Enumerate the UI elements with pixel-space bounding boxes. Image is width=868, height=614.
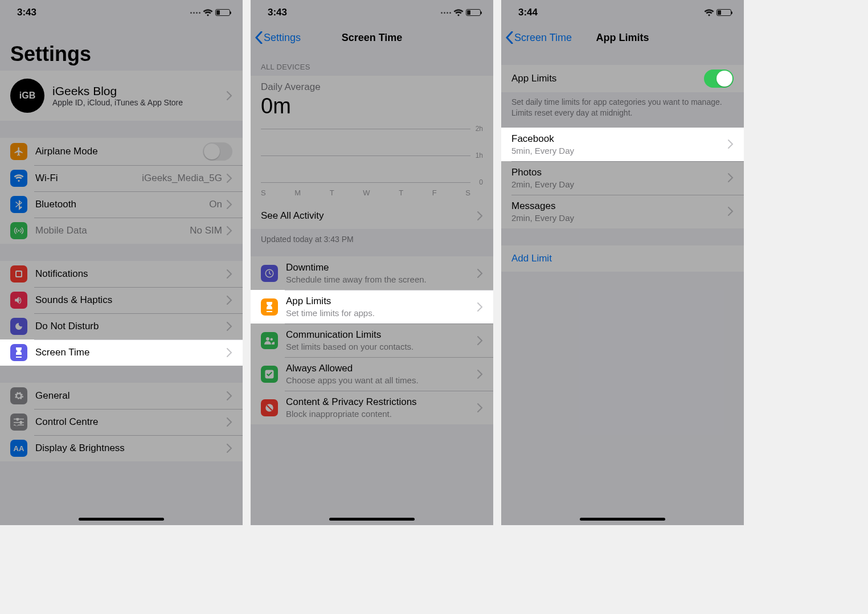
app-limits-toggle-row[interactable]: App Limits [501,65,744,92]
lte-dots-icon [190,12,200,14]
chevron-right-icon [227,200,232,209]
limit-row-photos[interactable]: Photos 2min, Every Day [501,161,744,195]
chart-day-label: S [465,189,470,197]
chart-day-label: F [432,189,437,197]
chevron-right-icon [227,322,232,331]
content-privacy-row[interactable]: Content & Privacy Restrictions Block ina… [251,391,493,424]
moon-icon [10,318,27,335]
airplane-mode-row[interactable]: Airplane Mode [0,138,243,165]
nav-title: App Limits [596,32,649,44]
nav-bar: Screen Time App Limits [501,25,744,50]
mobile-data-label: Mobile Data [35,225,190,236]
profile-detail: Apple ID, iCloud, iTunes & App Store [52,98,227,107]
general-row[interactable]: General [0,383,243,409]
wifi-value: iGeeks_Media_5G [142,173,222,184]
battery-icon [215,9,230,16]
bluetooth-row[interactable]: Bluetooth On [0,191,243,218]
app-limits-sublabel: Set time limits for apps. [286,308,477,318]
downtime-icon [261,265,278,282]
wifi-row[interactable]: Wi-Fi iGeeks_Media_5G [0,165,243,191]
chevron-right-icon [227,417,232,427]
notifications-label: Notifications [35,268,227,280]
nav-bar: Settings Screen Time [251,25,493,50]
downtime-row[interactable]: Downtime Schedule time away from the scr… [251,256,493,290]
control-centre-row[interactable]: Control Centre [0,409,243,435]
chevron-right-icon [477,302,483,312]
svg-rect-1 [17,272,21,276]
notifications-row[interactable]: Notifications [0,261,243,287]
add-limit-row[interactable]: Add Limit [501,245,744,272]
screen-time-label: Screen Time [35,347,227,358]
chevron-right-icon [477,269,483,278]
section-header: ALL DEVICES [251,50,493,76]
daily-average-block: Daily Average 0m 2h 1h 0 S M T W T F S [251,76,493,203]
text-size-icon: AA [10,440,27,457]
home-indicator[interactable] [79,518,164,521]
chart-day-label: M [294,189,301,197]
airplane-toggle[interactable] [203,142,232,161]
app-limits-toggle[interactable] [704,69,734,88]
mobile-data-row[interactable]: Mobile Data No SIM [0,218,243,244]
chevron-right-icon [227,174,232,183]
chevron-right-icon [477,403,483,412]
see-all-activity-row[interactable]: See All Activity [251,203,493,229]
profile-row[interactable]: iGB iGeeks Blog Apple ID, iCloud, iTunes… [0,71,243,121]
chevron-right-icon [227,444,232,453]
display-brightness-row[interactable]: AA Display & Brightness [0,435,243,461]
settings-screen: 3:43 Settings iGB iGeeks Blog Apple ID, … [0,0,243,525]
content-privacy-label: Content & Privacy Restrictions [286,396,477,408]
nav-title: Screen Time [342,32,403,44]
chevron-right-icon [227,269,232,279]
display-label: Display & Brightness [35,443,227,454]
chevron-right-icon [227,348,232,357]
gear-icon [10,387,27,404]
chart-y-label: 2h [476,125,483,133]
chevron-right-icon [227,91,232,100]
chart-day-label: T [330,189,334,197]
status-bar: 3:44 [501,0,744,25]
communication-limits-row[interactable]: Communication Limits Set limits based on… [251,324,493,357]
clock: 3:43 [268,7,287,18]
dnd-row[interactable]: Do Not Disturb [0,313,243,339]
chart-day-label: S [261,189,266,197]
no-entry-icon [261,399,278,416]
sliders-icon [10,414,27,431]
back-label: Screen Time [514,32,572,44]
limit-row-messages[interactable]: Messages 2min, Every Day [501,195,744,228]
downtime-label: Downtime [286,262,477,273]
app-limits-screen: 3:44 Screen Time App Limits App Limits S… [501,0,744,525]
limit-title: Photos [511,167,728,178]
avatar: iGB [10,79,44,113]
limit-sub: 5min, Every Day [511,146,728,155]
app-limits-toggle-label: App Limits [511,73,704,84]
chevron-left-icon [255,31,263,44]
limit-title: Facebook [511,133,728,145]
screen-time-row[interactable]: Screen Time [0,339,243,366]
antenna-icon [10,222,27,239]
wifi-icon [453,9,464,17]
home-indicator[interactable] [580,518,665,521]
always-allowed-row[interactable]: Always Allowed Choose apps you want at a… [251,357,493,391]
check-badge-icon [261,366,278,383]
usage-chart: 2h 1h 0 S M T W T F S [261,123,483,197]
battery-icon [466,9,481,16]
app-limits-row[interactable]: App Limits Set time limits for apps. [251,290,493,324]
profile-name: iGeeks Blog [52,84,227,98]
sounds-row[interactable]: Sounds & Haptics [0,287,243,313]
chevron-right-icon [477,336,483,345]
hourglass-icon [261,298,278,316]
sounds-label: Sounds & Haptics [35,294,227,306]
home-indicator[interactable] [329,518,415,521]
content-privacy-sublabel: Block inappropriate content. [286,409,477,419]
bluetooth-label: Bluetooth [35,199,209,210]
back-button[interactable]: Screen Time [506,25,572,50]
always-allowed-label: Always Allowed [286,363,477,374]
chevron-right-icon [728,207,734,216]
limit-row-facebook[interactable]: Facebook 5min, Every Day [501,128,744,161]
mobile-data-value: No SIM [190,225,222,236]
chevron-right-icon [227,226,232,235]
svg-point-3 [266,337,269,341]
lte-dots-icon [441,12,451,14]
status-bar: 3:43 [0,0,243,25]
back-button[interactable]: Settings [255,25,301,50]
